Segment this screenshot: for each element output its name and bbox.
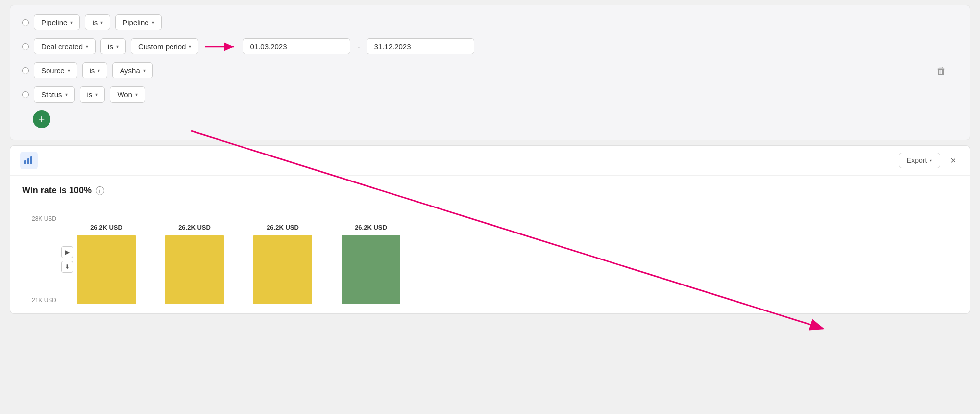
status-operator-btn[interactable]: is ▾	[80, 86, 105, 103]
pipeline-field-btn[interactable]: Pipeline ▾	[34, 14, 80, 30]
plus-icon: +	[39, 113, 45, 126]
bar-group-4: 26.2K USD	[342, 224, 400, 304]
date-separator: -	[355, 42, 362, 51]
add-filter-btn[interactable]: +	[33, 110, 50, 128]
status-value-btn[interactable]: Won ▾	[110, 86, 145, 103]
radio-source[interactable]	[22, 67, 29, 74]
source-field-chevron: ▾	[68, 68, 70, 73]
chart-toolbar: Export ▾ ×	[10, 146, 970, 176]
bars-container: 26.2K USD 26.2K USD 26.2K USD 26.2K USD	[77, 215, 958, 304]
source-operator-chevron: ▾	[98, 68, 100, 73]
export-btn[interactable]: Export ▾	[899, 153, 940, 168]
source-field-btn[interactable]: Source ▾	[34, 62, 77, 78]
y-axis: 28K USD 21K USD	[22, 215, 61, 304]
deal-created-field-btn[interactable]: Deal created ▾	[34, 38, 96, 54]
status-operator-chevron: ▾	[95, 92, 98, 97]
source-operator-btn[interactable]: is ▾	[82, 62, 108, 78]
status-value-chevron: ▾	[135, 92, 138, 97]
svg-rect-3	[27, 158, 29, 164]
y-label-bottom: 21K USD	[32, 297, 56, 304]
chart-panel: Export ▾ × Win rate is 100% i 28K USD 2	[10, 145, 970, 314]
download-ctrl-btn[interactable]: ⬇	[61, 261, 73, 273]
source-value-btn[interactable]: Aysha ▾	[112, 62, 152, 78]
deal-created-value-chevron: ▾	[189, 44, 191, 49]
expand-ctrl-btn[interactable]: ▶	[61, 246, 73, 258]
pipeline-field-chevron: ▾	[70, 20, 73, 25]
pipeline-operator-chevron: ▾	[100, 20, 103, 25]
chart-content: Win rate is 100% i 28K USD 21K USD ▶	[10, 176, 970, 313]
filter-row-source: Source ▾ is ▾ Aysha ▾ 🗑	[22, 62, 958, 78]
trash-icon: 🗑	[936, 65, 946, 76]
bar-chart-icon	[24, 155, 34, 165]
bar-label-1: 26.2K USD	[90, 224, 122, 231]
delete-source-btn[interactable]: 🗑	[934, 63, 948, 78]
pipeline-value-btn[interactable]: Pipeline ▾	[115, 14, 161, 30]
filter-row-status: Status ▾ is ▾ Won ▾	[22, 86, 958, 103]
bar-group-2: 26.2K USD	[165, 224, 224, 304]
filter-panel: Pipeline ▾ is ▾ Pipeline ▾ Deal created …	[10, 5, 970, 140]
bar-label-3: 26.2K USD	[267, 224, 299, 231]
bar-1	[77, 235, 136, 304]
deal-created-value-btn[interactable]: Custom period ▾	[131, 38, 199, 54]
source-value-chevron: ▾	[143, 68, 146, 73]
radio-status[interactable]	[22, 91, 29, 98]
bar-3	[253, 235, 312, 304]
svg-rect-4	[30, 156, 32, 164]
chart-area: 28K USD 21K USD ▶ ⬇ 26.2K USD	[22, 206, 958, 304]
pipeline-value-chevron: ▾	[152, 20, 154, 25]
download-icon: ⬇	[65, 263, 70, 270]
close-chart-btn[interactable]: ×	[946, 153, 960, 168]
date-start-input[interactable]	[243, 38, 350, 54]
bar-2	[165, 235, 224, 304]
radio-deal-created[interactable]	[22, 43, 29, 50]
bar-4	[342, 235, 400, 304]
chart-controls: ▶ ⬇	[61, 215, 73, 304]
pipeline-operator-btn[interactable]: is ▾	[85, 14, 110, 30]
date-end-input[interactable]	[367, 38, 474, 54]
deal-created-operator-btn[interactable]: is ▾	[100, 38, 126, 54]
y-label-top: 28K USD	[32, 215, 56, 222]
arrow-indicator	[203, 40, 238, 53]
bar-label-2: 26.2K USD	[178, 224, 211, 231]
filter-row-pipeline: Pipeline ▾ is ▾ Pipeline ▾	[22, 14, 958, 30]
bar-group-3: 26.2K USD	[253, 224, 312, 304]
deal-created-field-chevron: ▾	[86, 44, 88, 49]
deal-created-operator-chevron: ▾	[116, 44, 119, 49]
main-container: Pipeline ▾ is ▾ Pipeline ▾ Deal created …	[0, 5, 980, 414]
bar-group-1: 26.2K USD	[77, 224, 136, 304]
expand-icon: ▶	[65, 249, 70, 256]
info-icon[interactable]: i	[96, 186, 104, 195]
bar-label-4: 26.2K USD	[355, 224, 387, 231]
toolbar-right: Export ▾ ×	[899, 153, 960, 168]
chart-icon-container	[20, 152, 38, 169]
export-chevron-icon: ▾	[930, 158, 932, 163]
svg-rect-2	[24, 160, 26, 164]
status-field-chevron: ▾	[65, 92, 68, 97]
radio-pipeline[interactable]	[22, 19, 29, 26]
status-field-btn[interactable]: Status ▾	[34, 86, 75, 103]
win-rate-title: Win rate is 100% i	[22, 185, 958, 196]
filter-row-deal-created: Deal created ▾ is ▾ Custom period ▾	[22, 38, 958, 54]
close-icon: ×	[950, 155, 956, 166]
